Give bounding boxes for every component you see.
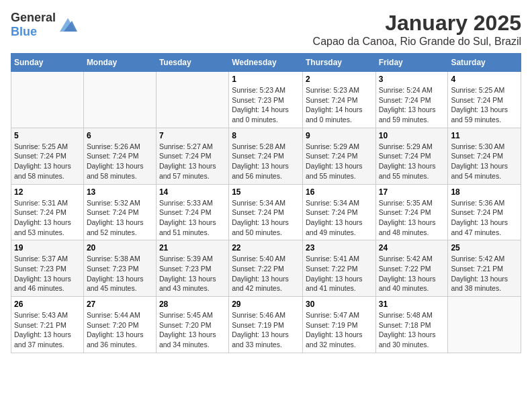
week-row-4: 19Sunrise: 5:37 AMSunset: 7:23 PMDayligh… — [11, 240, 521, 297]
calendar-body: 1Sunrise: 5:23 AMSunset: 7:23 PMDaylight… — [11, 72, 521, 353]
calendar-cell: 15Sunrise: 5:34 AMSunset: 7:24 PMDayligh… — [229, 184, 303, 240]
day-number: 31 — [379, 300, 445, 309]
day-info: Sunrise: 5:34 AMSunset: 7:24 PMDaylight:… — [232, 198, 300, 238]
logo-blue: Blue — [11, 25, 37, 38]
header-day-tuesday: Tuesday — [156, 54, 228, 72]
calendar-cell: 21Sunrise: 5:39 AMSunset: 7:23 PMDayligh… — [156, 240, 228, 297]
day-number: 5 — [14, 131, 81, 140]
day-info: Sunrise: 5:39 AMSunset: 7:23 PMDaylight:… — [159, 254, 226, 293]
day-info: Sunrise: 5:42 AMSunset: 7:22 PMDaylight:… — [379, 254, 445, 293]
calendar-cell: 12Sunrise: 5:31 AMSunset: 7:24 PMDayligh… — [11, 184, 84, 240]
day-number: 17 — [379, 187, 445, 197]
calendar-cell: 25Sunrise: 5:42 AMSunset: 7:21 PMDayligh… — [448, 240, 521, 297]
calendar-table: SundayMondayTuesdayWednesdayThursdayFrid… — [11, 53, 521, 353]
day-number: 26 — [14, 300, 81, 309]
day-info: Sunrise: 5:45 AMSunset: 7:20 PMDaylight:… — [159, 310, 226, 350]
logo-general: General — [11, 11, 56, 24]
calendar-cell: 29Sunrise: 5:46 AMSunset: 7:19 PMDayligh… — [229, 297, 303, 353]
day-info: Sunrise: 5:41 AMSunset: 7:22 PMDaylight:… — [306, 254, 373, 293]
day-number: 1 — [232, 75, 300, 84]
header-day-wednesday: Wednesday — [229, 54, 303, 72]
day-number: 28 — [159, 300, 226, 309]
day-info: Sunrise: 5:40 AMSunset: 7:22 PMDaylight:… — [232, 254, 300, 293]
day-number: 4 — [451, 75, 518, 84]
day-info: Sunrise: 5:33 AMSunset: 7:24 PMDaylight:… — [159, 198, 226, 238]
day-info: Sunrise: 5:25 AMSunset: 7:24 PMDaylight:… — [451, 85, 518, 125]
day-info: Sunrise: 5:47 AMSunset: 7:19 PMDaylight:… — [306, 310, 373, 350]
day-number: 29 — [232, 300, 300, 309]
day-info: Sunrise: 5:23 AMSunset: 7:23 PMDaylight:… — [232, 85, 300, 125]
day-number: 15 — [232, 187, 300, 197]
day-info: Sunrise: 5:36 AMSunset: 7:24 PMDaylight:… — [451, 198, 518, 238]
header-row: SundayMondayTuesdayWednesdayThursdayFrid… — [11, 54, 521, 72]
day-number: 9 — [306, 131, 373, 140]
calendar-cell: 5Sunrise: 5:25 AMSunset: 7:24 PMDaylight… — [11, 128, 84, 184]
calendar-cell: 19Sunrise: 5:37 AMSunset: 7:23 PMDayligh… — [11, 240, 84, 297]
day-info: Sunrise: 5:23 AMSunset: 7:24 PMDaylight:… — [306, 85, 373, 125]
day-number: 10 — [379, 131, 445, 140]
day-info: Sunrise: 5:26 AMSunset: 7:24 PMDaylight:… — [87, 142, 153, 181]
logo: General Blue — [11, 11, 79, 39]
page-header: General Blue January 2025 Capao da Canoa… — [11, 11, 521, 48]
day-number: 19 — [14, 243, 81, 253]
day-info: Sunrise: 5:30 AMSunset: 7:24 PMDaylight:… — [451, 142, 518, 181]
calendar-cell: 27Sunrise: 5:44 AMSunset: 7:20 PMDayligh… — [83, 297, 156, 353]
day-number: 7 — [159, 131, 226, 140]
calendar-cell: 7Sunrise: 5:27 AMSunset: 7:24 PMDaylight… — [156, 128, 228, 184]
calendar-cell — [448, 297, 521, 353]
logo-text: General Blue — [11, 11, 56, 39]
day-number: 6 — [87, 131, 153, 140]
week-row-5: 26Sunrise: 5:43 AMSunset: 7:21 PMDayligh… — [11, 297, 521, 353]
day-info: Sunrise: 5:44 AMSunset: 7:20 PMDaylight:… — [87, 310, 153, 350]
calendar-cell: 2Sunrise: 5:23 AMSunset: 7:24 PMDaylight… — [302, 72, 375, 128]
header-day-thursday: Thursday — [302, 54, 375, 72]
logo-icon — [57, 15, 79, 34]
calendar-cell: 26Sunrise: 5:43 AMSunset: 7:21 PMDayligh… — [11, 297, 84, 353]
day-number: 3 — [379, 75, 445, 84]
day-number: 12 — [14, 187, 81, 197]
calendar-cell: 4Sunrise: 5:25 AMSunset: 7:24 PMDaylight… — [448, 72, 521, 128]
calendar-cell — [11, 72, 84, 128]
day-info: Sunrise: 5:37 AMSunset: 7:23 PMDaylight:… — [14, 254, 81, 293]
calendar-cell: 20Sunrise: 5:38 AMSunset: 7:23 PMDayligh… — [83, 240, 156, 297]
day-info: Sunrise: 5:29 AMSunset: 7:24 PMDaylight:… — [379, 142, 445, 181]
calendar-cell: 8Sunrise: 5:28 AMSunset: 7:24 PMDaylight… — [229, 128, 303, 184]
day-number: 20 — [87, 243, 153, 253]
day-info: Sunrise: 5:34 AMSunset: 7:24 PMDaylight:… — [306, 198, 373, 238]
week-row-1: 1Sunrise: 5:23 AMSunset: 7:23 PMDaylight… — [11, 72, 521, 128]
calendar-cell: 17Sunrise: 5:35 AMSunset: 7:24 PMDayligh… — [375, 184, 448, 240]
page-subtitle: Capao da Canoa, Rio Grande do Sul, Brazi… — [313, 36, 521, 48]
day-info: Sunrise: 5:27 AMSunset: 7:24 PMDaylight:… — [159, 142, 226, 181]
day-number: 30 — [306, 300, 373, 309]
day-number: 2 — [306, 75, 373, 84]
day-number: 25 — [451, 243, 518, 253]
day-number: 21 — [159, 243, 226, 253]
header-day-sunday: Sunday — [11, 54, 84, 72]
calendar-cell: 28Sunrise: 5:45 AMSunset: 7:20 PMDayligh… — [156, 297, 228, 353]
calendar-cell: 30Sunrise: 5:47 AMSunset: 7:19 PMDayligh… — [302, 297, 375, 353]
calendar-cell: 1Sunrise: 5:23 AMSunset: 7:23 PMDaylight… — [229, 72, 303, 128]
day-number: 23 — [306, 243, 373, 253]
header-day-saturday: Saturday — [448, 54, 521, 72]
day-number: 16 — [306, 187, 373, 197]
day-number: 13 — [87, 187, 153, 197]
title-block: January 2025 Capao da Canoa, Rio Grande … — [313, 11, 521, 48]
day-number: 11 — [451, 131, 518, 140]
calendar-cell: 6Sunrise: 5:26 AMSunset: 7:24 PMDaylight… — [83, 128, 156, 184]
calendar-cell: 24Sunrise: 5:42 AMSunset: 7:22 PMDayligh… — [375, 240, 448, 297]
day-info: Sunrise: 5:43 AMSunset: 7:21 PMDaylight:… — [14, 310, 81, 350]
calendar-cell: 14Sunrise: 5:33 AMSunset: 7:24 PMDayligh… — [156, 184, 228, 240]
day-info: Sunrise: 5:35 AMSunset: 7:24 PMDaylight:… — [379, 198, 445, 238]
day-number: 14 — [159, 187, 226, 197]
header-day-monday: Monday — [83, 54, 156, 72]
day-info: Sunrise: 5:32 AMSunset: 7:24 PMDaylight:… — [87, 198, 153, 238]
day-number: 8 — [232, 131, 300, 140]
day-info: Sunrise: 5:24 AMSunset: 7:24 PMDaylight:… — [379, 85, 445, 125]
calendar-cell: 10Sunrise: 5:29 AMSunset: 7:24 PMDayligh… — [375, 128, 448, 184]
day-number: 24 — [379, 243, 445, 253]
calendar-cell: 9Sunrise: 5:29 AMSunset: 7:24 PMDaylight… — [302, 128, 375, 184]
header-day-friday: Friday — [375, 54, 448, 72]
day-info: Sunrise: 5:48 AMSunset: 7:18 PMDaylight:… — [379, 310, 445, 350]
day-info: Sunrise: 5:28 AMSunset: 7:24 PMDaylight:… — [232, 142, 300, 181]
calendar-cell — [156, 72, 228, 128]
